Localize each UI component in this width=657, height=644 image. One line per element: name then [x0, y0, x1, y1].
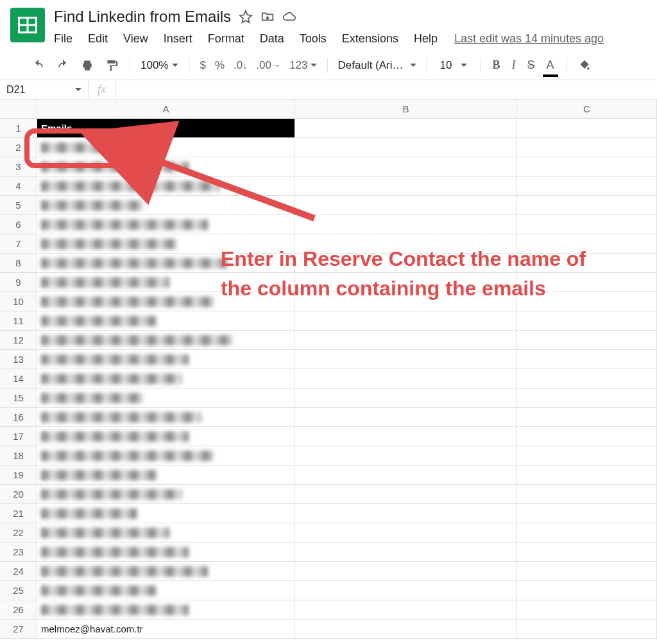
cell[interactable]: [517, 215, 657, 234]
undo-button[interactable]: [27, 55, 50, 76]
format-percent-button[interactable]: %: [211, 57, 228, 74]
cell[interactable]: [295, 485, 517, 504]
paint-format-button[interactable]: [100, 55, 123, 76]
sheets-logo[interactable]: [10, 8, 45, 42]
cell[interactable]: [37, 523, 295, 543]
row-header[interactable]: 19: [0, 466, 37, 485]
cell[interactable]: [295, 388, 517, 408]
print-button[interactable]: [76, 55, 99, 76]
row-header[interactable]: 24: [0, 562, 37, 581]
cell[interactable]: [517, 331, 657, 350]
row-header[interactable]: 4: [0, 177, 37, 196]
cell[interactable]: [517, 427, 657, 446]
row-header[interactable]: 8: [0, 254, 37, 273]
cell[interactable]: [37, 196, 295, 215]
cell[interactable]: [37, 234, 295, 254]
row-header[interactable]: 9: [0, 273, 37, 292]
cell[interactable]: [517, 388, 657, 408]
cell[interactable]: [295, 427, 517, 446]
cell[interactable]: [295, 196, 517, 215]
col-header-b[interactable]: B: [295, 100, 517, 119]
cell[interactable]: [37, 350, 295, 369]
row-header[interactable]: 23: [0, 543, 37, 562]
row-header[interactable]: 7: [0, 234, 37, 254]
cell[interactable]: [517, 543, 657, 562]
strikethrough-button[interactable]: S: [522, 55, 540, 76]
cell[interactable]: [37, 292, 295, 311]
cell[interactable]: [295, 254, 517, 273]
cell[interactable]: [517, 600, 657, 620]
cell[interactable]: [295, 215, 517, 234]
row-header[interactable]: 5: [0, 196, 37, 215]
italic-button[interactable]: I: [506, 55, 520, 76]
cell[interactable]: [295, 504, 517, 523]
col-header-a[interactable]: A: [37, 100, 295, 119]
cell[interactable]: [295, 523, 517, 543]
cloud-status-icon[interactable]: [282, 10, 296, 24]
cell[interactable]: [517, 292, 657, 311]
cell[interactable]: [295, 446, 517, 466]
increase-decimal-button[interactable]: .00→: [252, 57, 284, 74]
cell[interactable]: [37, 408, 295, 427]
cell[interactable]: [37, 138, 295, 157]
cell[interactable]: [517, 273, 657, 292]
cell[interactable]: [517, 504, 657, 523]
cell[interactable]: [295, 543, 517, 562]
cell[interactable]: [37, 600, 295, 620]
row-header[interactable]: 6: [0, 215, 37, 234]
cell[interactable]: [295, 369, 517, 388]
zoom-select[interactable]: 100%: [137, 59, 182, 72]
cell[interactable]: [517, 157, 657, 177]
cell[interactable]: [295, 408, 517, 427]
row-header[interactable]: 1: [0, 119, 37, 138]
row-header[interactable]: 17: [0, 427, 37, 446]
cell[interactable]: [295, 581, 517, 600]
cell[interactable]: [517, 234, 657, 254]
row-header[interactable]: 10: [0, 292, 37, 311]
text-color-button[interactable]: A: [542, 55, 559, 76]
menu-format[interactable]: Format: [200, 30, 252, 48]
row-header[interactable]: 13: [0, 350, 37, 369]
row-header[interactable]: 15: [0, 388, 37, 408]
row-header[interactable]: 11: [0, 311, 37, 331]
cell[interactable]: [517, 408, 657, 427]
bold-button[interactable]: B: [487, 55, 505, 76]
cell[interactable]: [37, 543, 295, 562]
cell[interactable]: [37, 311, 295, 331]
cell[interactable]: [37, 369, 295, 388]
cell[interactable]: [517, 311, 657, 331]
cell[interactable]: [37, 446, 295, 466]
menu-insert[interactable]: Insert: [156, 30, 200, 48]
row-header[interactable]: 21: [0, 504, 37, 523]
format-currency-button[interactable]: $: [196, 57, 209, 74]
cell[interactable]: [295, 177, 517, 196]
cell[interactable]: [37, 273, 295, 292]
cell[interactable]: [517, 254, 657, 273]
cell[interactable]: [517, 177, 657, 196]
row-header[interactable]: 14: [0, 369, 37, 388]
star-icon[interactable]: [239, 10, 253, 24]
cell[interactable]: [295, 234, 517, 254]
cell[interactable]: [37, 177, 295, 196]
more-formats-button[interactable]: 123: [286, 57, 320, 74]
row-header[interactable]: 3: [0, 157, 37, 177]
name-box[interactable]: D21: [0, 80, 89, 99]
cell[interactable]: [37, 504, 295, 523]
cell[interactable]: [517, 523, 657, 543]
cell[interactable]: [295, 311, 517, 331]
cell[interactable]: [295, 600, 517, 620]
row-header[interactable]: 27: [0, 620, 37, 639]
cell[interactable]: [37, 581, 295, 600]
row-header[interactable]: 26: [0, 600, 37, 620]
cell[interactable]: [37, 331, 295, 350]
cell[interactable]: [37, 388, 295, 408]
cell[interactable]: [517, 562, 657, 581]
row-header[interactable]: 25: [0, 581, 37, 600]
menu-edit[interactable]: Edit: [80, 30, 115, 48]
cell[interactable]: [517, 196, 657, 215]
row-header[interactable]: 22: [0, 523, 37, 543]
cell[interactable]: [517, 138, 657, 157]
row-header[interactable]: 2: [0, 138, 37, 157]
font-size-select[interactable]: 10: [434, 59, 474, 72]
menu-extensions[interactable]: Extensions: [334, 30, 406, 48]
